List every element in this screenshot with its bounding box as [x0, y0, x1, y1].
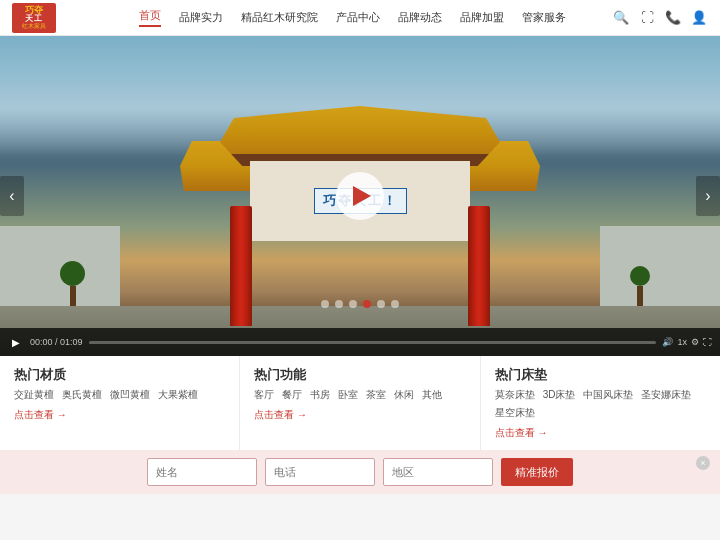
card-materials: 热门材质 交趾黄檀 奥氏黄檀 微凹黄檀 大果紫檀 点击查看 → — [0, 356, 240, 450]
tag-shengan[interactable]: 圣安娜床垫 — [641, 388, 691, 402]
card-materials-title: 热门材质 — [14, 366, 225, 384]
nav-menu: 首页 品牌实力 精品红木研究院 产品中心 品牌动态 品牌加盟 管家服务 — [92, 8, 612, 27]
card-functions-tags: 客厅 餐厅 书房 卧室 茶室 休闲 其他 — [254, 388, 465, 402]
gate-pillar-left — [230, 206, 252, 326]
tag-zhongguo[interactable]: 中国风床垫 — [583, 388, 633, 402]
form-bar: 精准报价 × — [0, 450, 720, 494]
tag-daguo[interactable]: 大果紫檀 — [158, 388, 198, 402]
tag-weiao[interactable]: 微凹黄檀 — [110, 388, 150, 402]
tag-qita[interactable]: 其他 — [422, 388, 442, 402]
carousel-dot-6[interactable] — [391, 300, 399, 308]
form-close-button[interactable]: × — [696, 456, 710, 470]
tag-3d[interactable]: 3D床垫 — [543, 388, 576, 402]
tag-xingkong[interactable]: 星空床垫 — [495, 406, 535, 420]
nav-item-home[interactable]: 首页 — [139, 8, 161, 27]
phone-icon[interactable]: 📞 — [664, 9, 682, 27]
card-functions-link[interactable]: 点击查看 → — [254, 408, 465, 422]
card-materials-link[interactable]: 点击查看 → — [14, 408, 225, 422]
nav-item-franchise[interactable]: 品牌加盟 — [460, 10, 504, 25]
header: 巧夺 天工 红木家具 首页 品牌实力 精品红木研究院 产品中心 品牌动态 品牌加… — [0, 0, 720, 36]
tag-shufang[interactable]: 书房 — [310, 388, 330, 402]
video-controls: ▶ 00:00 / 01:09 🔊 1x ⚙ ⛶ — [0, 328, 720, 356]
video-progress-bar[interactable] — [89, 341, 657, 344]
tag-jiaozhi[interactable]: 交趾黄檀 — [14, 388, 54, 402]
user-icon[interactable]: 👤 — [690, 9, 708, 27]
form-name-input[interactable] — [147, 458, 257, 486]
play-triangle-icon — [353, 186, 371, 206]
tag-chashi[interactable]: 茶室 — [366, 388, 386, 402]
carousel-prev-arrow[interactable]: ‹ — [0, 176, 24, 216]
play-button[interactable] — [336, 172, 384, 220]
tag-woshi[interactable]: 卧室 — [338, 388, 358, 402]
tree-right — [630, 266, 650, 306]
carousel-dot-2[interactable] — [335, 300, 343, 308]
bg-building-right — [600, 226, 720, 306]
video-volume-button[interactable]: 🔊 — [662, 337, 673, 347]
nav-icons: 🔍 ⛶ 📞 👤 — [612, 9, 708, 27]
cards-section: 热门材质 交趾黄檀 奥氏黄檀 微凹黄檀 大果紫檀 点击查看 → 热门功能 客厅 … — [0, 356, 720, 450]
form-phone-input[interactable] — [265, 458, 375, 486]
nav-item-research[interactable]: 精品红木研究院 — [241, 10, 318, 25]
nav-item-service[interactable]: 管家服务 — [522, 10, 566, 25]
video-controls-right: 🔊 1x ⚙ ⛶ — [662, 337, 712, 347]
card-mattress-link[interactable]: 点击查看 → — [495, 426, 706, 440]
carousel-next-arrow[interactable]: › — [696, 176, 720, 216]
carousel-dot-3[interactable] — [349, 300, 357, 308]
nav-item-brand[interactable]: 品牌实力 — [179, 10, 223, 25]
carousel-dots — [321, 300, 399, 308]
expand-icon[interactable]: ⛶ — [638, 9, 656, 27]
tag-canting[interactable]: 餐厅 — [282, 388, 302, 402]
tag-monai[interactable]: 莫奈床垫 — [495, 388, 535, 402]
form-region-input[interactable] — [383, 458, 493, 486]
nav-item-products[interactable]: 产品中心 — [336, 10, 380, 25]
nav-item-news[interactable]: 品牌动态 — [398, 10, 442, 25]
form-submit-button[interactable]: 精准报价 — [501, 458, 573, 486]
gate-pillar-right — [468, 206, 490, 326]
logo-box: 巧夺 天工 红木家具 — [12, 3, 56, 33]
card-mattress-tags: 莫奈床垫 3D床垫 中国风床垫 圣安娜床垫 星空床垫 — [495, 388, 706, 420]
logo-text-bot: 红木家具 — [22, 23, 46, 29]
tree-left — [60, 261, 85, 306]
video-settings-button[interactable]: ⚙ — [691, 337, 699, 347]
search-icon[interactable]: 🔍 — [612, 9, 630, 27]
video-time-display: 00:00 / 01:09 — [30, 337, 83, 347]
video-speed-button[interactable]: 1x — [677, 337, 687, 347]
logo[interactable]: 巧夺 天工 红木家具 — [12, 3, 92, 33]
logo-text-mid: 天工 — [25, 15, 43, 23]
card-mattress-title: 热门床垫 — [495, 366, 706, 384]
video-section: 巧夺天工！ ‹ › ▶ 00:00 / 01:09 — [0, 36, 720, 356]
tag-keting[interactable]: 客厅 — [254, 388, 274, 402]
card-materials-tags: 交趾黄檀 奥氏黄檀 微凹黄檀 大果紫檀 — [14, 388, 225, 402]
carousel-dot-4[interactable] — [363, 300, 371, 308]
carousel-dot-1[interactable] — [321, 300, 329, 308]
card-functions-title: 热门功能 — [254, 366, 465, 384]
video-play-pause-button[interactable]: ▶ — [8, 337, 24, 348]
gate-main-roof — [220, 106, 500, 166]
card-mattress: 热门床垫 莫奈床垫 3D床垫 中国风床垫 圣安娜床垫 星空床垫 点击查看 → — [481, 356, 720, 450]
card-functions: 热门功能 客厅 餐厅 书房 卧室 茶室 休闲 其他 点击查看 → — [240, 356, 480, 450]
tag-aoshi[interactable]: 奥氏黄檀 — [62, 388, 102, 402]
carousel-dot-5[interactable] — [377, 300, 385, 308]
tag-xiuxian[interactable]: 休闲 — [394, 388, 414, 402]
video-fullscreen-button[interactable]: ⛶ — [703, 337, 712, 347]
